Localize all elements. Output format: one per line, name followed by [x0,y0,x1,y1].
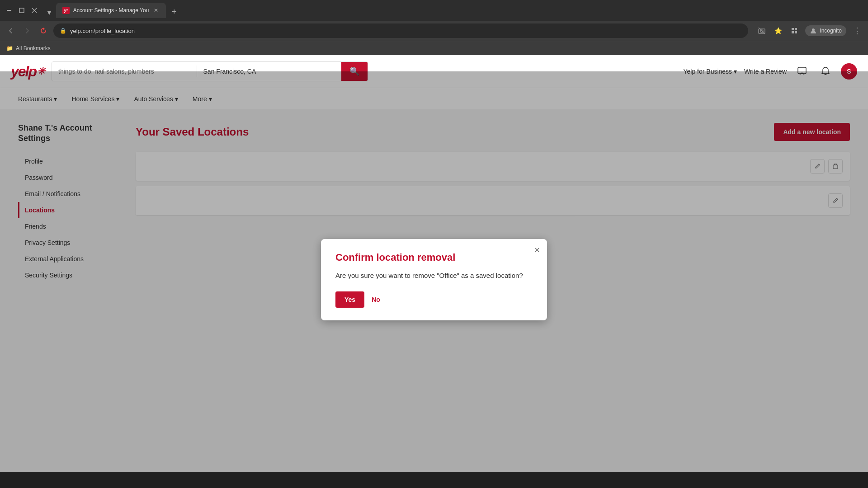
sidebar-item-external-applications[interactable]: External Applications [18,251,118,267]
url-text: yelp.com/profile_location [70,28,135,34]
svg-rect-10 [792,31,794,33]
location-item-2 [136,186,850,215]
header-nav: Yelp for Business ▾ Write a Review S [683,63,857,80]
tab-list-dropdown[interactable]: ▼ [44,7,54,18]
svg-rect-14 [833,165,838,169]
svg-rect-1 [19,8,24,13]
confirm-removal-modal: × Confirm location removal Are you sure … [321,239,547,321]
no-camera-icon [755,24,768,37]
search-where-input[interactable] [197,62,342,81]
yelp-for-business-button[interactable]: Yelp for Business ▾ [683,68,737,75]
browser-title-bar: ▼ y* Account Settings - Manage You ✕ + [0,0,868,21]
location-item-1 [136,152,850,181]
svg-rect-11 [795,31,797,33]
nav-home-services[interactable]: Home Services ▾ [64,88,127,110]
address-bar-actions: ⭐ [755,24,784,37]
location-actions-2 [828,193,843,208]
tab-close-button[interactable]: ✕ [152,7,160,14]
yelp-business-chevron-icon: ▾ [734,68,737,75]
incognito-label: Incognito [820,28,842,34]
yelp-logo-text: yelp [11,63,36,80]
tab-favicon-icon: y* [62,7,70,14]
modal-yes-button[interactable]: Yes [335,291,364,308]
modal-close-button[interactable]: × [534,245,540,254]
nav-more-label: More [193,95,207,103]
svg-rect-8 [792,28,794,30]
page-title: Your Saved Locations [136,126,249,138]
yelp-logo-star-icon: ✳ [37,66,44,77]
sidebar-item-profile[interactable]: Profile [18,153,118,169]
notifications-button[interactable] [817,63,834,80]
write-review-button[interactable]: Write a Review [744,68,787,75]
nav-auto-services[interactable]: Auto Services ▾ [127,88,185,110]
extensions-icon[interactable] [788,24,801,37]
yelp-business-label: Yelp for Business [683,68,732,75]
address-bar-row: 🔒 yelp.com/profile_location ⭐ Incognito … [0,21,868,41]
bookmarks-bar: 📁 All Bookmarks [0,41,868,55]
sidebar-item-privacy-settings[interactable]: Privacy Settings [18,235,118,251]
nav-restaurants-label: Restaurants [18,95,52,103]
sidebar-item-locations[interactable]: Locations [18,202,118,218]
search-bar[interactable]: 🔍 [52,61,368,81]
nav-restaurants[interactable]: Restaurants ▾ [11,88,64,110]
messages-button[interactable] [794,63,810,80]
browser-toolbar-right: Incognito ⋮ [788,24,863,37]
svg-line-7 [759,28,765,34]
nav-home-services-chevron-icon: ▾ [116,95,119,103]
nav-more[interactable]: More ▾ [185,88,219,110]
delete-location-1-button[interactable] [828,159,843,174]
bookmarks-folder-icon: 📁 [6,45,13,52]
svg-marker-4 [43,28,45,30]
location-actions-1 [810,159,843,174]
window-controls [5,6,39,15]
edit-location-2-button[interactable] [828,193,843,208]
search-button[interactable]: 🔍 [341,62,368,81]
nav-restaurants-chevron-icon: ▾ [54,95,57,103]
edit-location-1-button[interactable] [810,159,825,174]
bookmarks-label: All Bookmarks [16,45,51,52]
modal-body: Are you sure you want to remove "Office"… [335,271,533,281]
ssl-lock-icon: 🔒 [60,28,66,34]
svg-rect-0 [7,10,11,11]
sidebar-item-password[interactable]: Password [18,169,118,186]
user-avatar[interactable]: S [841,63,857,80]
nav-more-chevron-icon: ▾ [209,95,212,103]
add-location-button[interactable]: Add a new location [774,123,850,141]
modal-no-button[interactable]: No [372,296,380,303]
nav-auto-services-chevron-icon: ▾ [175,95,178,103]
active-tab[interactable]: y* Account Settings - Manage You ✕ [56,3,166,18]
sidebar-account-title: Shane T.'s Account Settings [18,123,118,144]
search-what-input[interactable] [52,62,197,81]
modal-title: Confirm location removal [335,252,533,263]
sidebar-item-friends[interactable]: Friends [18,218,118,235]
svg-rect-9 [795,28,797,30]
more-options-icon[interactable]: ⋮ [851,24,863,37]
incognito-profile[interactable]: Incognito [805,25,846,36]
yelp-nav: Restaurants ▾ Home Services ▾ Auto Servi… [0,88,868,109]
back-button[interactable] [5,24,17,37]
reload-button[interactable] [37,24,50,37]
close-window-icon[interactable] [30,6,39,15]
nav-auto-services-label: Auto Services [134,95,173,103]
tab-title: Account Settings - Manage You [73,7,149,14]
yelp-logo[interactable]: yelp ✳ [11,63,44,80]
yelp-header: yelp ✳ 🔍 Yelp for Business ▾ Write a Rev… [0,55,868,88]
bookmark-star-icon[interactable]: ⭐ [772,24,784,37]
forward-button[interactable] [21,24,33,37]
content-header: Your Saved Locations Add a new location [136,123,850,141]
write-review-label: Write a Review [744,68,787,75]
nav-home-services-label: Home Services [71,95,114,103]
sidebar-item-security-settings[interactable]: Security Settings [18,267,118,283]
sidebar-item-email-notifications[interactable]: Email / Notifications [18,186,118,202]
new-tab-button[interactable]: + [168,5,180,18]
address-bar[interactable]: 🔒 yelp.com/profile_location [53,23,748,38]
search-icon: 🔍 [349,66,359,76]
modal-actions: Yes No [335,291,533,308]
sidebar: Shane T.'s Account Settings Profile Pass… [18,123,118,458]
